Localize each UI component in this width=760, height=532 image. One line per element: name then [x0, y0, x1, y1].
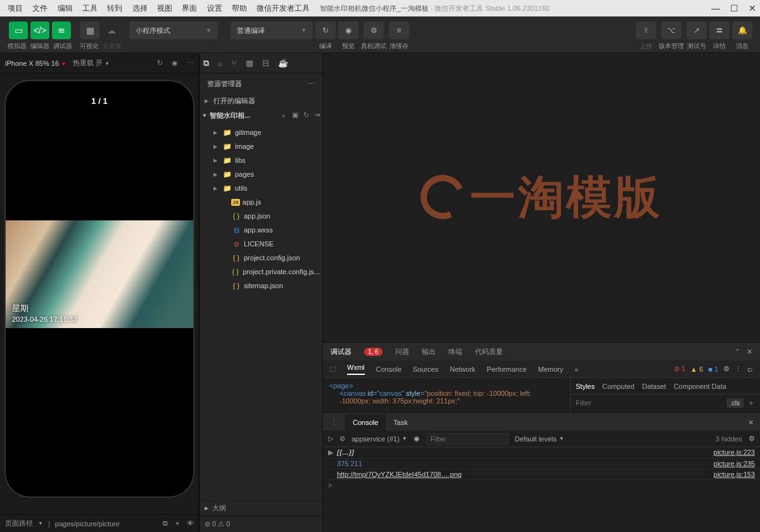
- newfolder-icon[interactable]: ▣: [292, 111, 298, 120]
- tab-console[interactable]: Console: [376, 365, 402, 373]
- tab-dataset[interactable]: Dataset: [642, 383, 666, 390]
- levels-select[interactable]: Default levels ▼: [515, 435, 564, 443]
- tab-sources[interactable]: Sources: [413, 365, 438, 373]
- pagepath-value[interactable]: pages/picture/picture: [55, 520, 120, 528]
- tree-item[interactable]: ⊘LICENSE: [200, 237, 322, 251]
- status-errors[interactable]: ⊘ 0 ⚠ 0: [200, 516, 322, 532]
- record-icon[interactable]: ◉: [172, 59, 178, 67]
- wxml-source[interactable]: <page> <canvas id="canvas" style="positi…: [323, 378, 570, 414]
- minimize-icon[interactable]: —: [711, 3, 720, 13]
- close-drawer-icon[interactable]: ✕: [742, 414, 760, 431]
- tab-memory[interactable]: Memory: [538, 365, 564, 373]
- more-icon[interactable]: ⋯: [308, 80, 315, 88]
- more-tabs-icon[interactable]: »: [574, 365, 578, 373]
- console-prompt[interactable]: >: [323, 480, 760, 490]
- cloud-button[interactable]: ☁: [102, 22, 121, 39]
- menu-edit[interactable]: 编辑: [54, 1, 77, 15]
- maximize-icon[interactable]: ☐: [730, 3, 738, 13]
- console-line[interactable]: ▶[{…}]picture.js:223: [323, 447, 760, 459]
- context-select[interactable]: appservice (#1) ▼: [352, 435, 407, 443]
- tab-wxml[interactable]: Wxml: [347, 364, 365, 375]
- collapse-icon[interactable]: ⇥: [314, 111, 320, 120]
- tree-item[interactable]: { }project.config.json: [200, 251, 322, 265]
- search-icon[interactable]: ⌕: [218, 58, 223, 68]
- preview-button[interactable]: ◉: [338, 22, 358, 39]
- menu-devtools[interactable]: 微信开发者工具: [253, 1, 314, 15]
- tab-debugger[interactable]: 调试器: [331, 347, 352, 357]
- tree-item[interactable]: ▶📁pages: [200, 167, 322, 181]
- menu-ui[interactable]: 界面: [178, 1, 201, 15]
- tree-item[interactable]: ▶📁libs: [200, 153, 322, 167]
- styles-filter-input[interactable]: [576, 399, 723, 407]
- test-button[interactable]: ↗: [687, 22, 707, 39]
- refresh-icon[interactable]: ↻: [157, 59, 163, 67]
- tab-console-drawer[interactable]: Console: [345, 414, 386, 431]
- console-line[interactable]: http://tmp/7QvYZKJEtdeI45d1708….pngpictu…: [323, 469, 760, 480]
- tree-item[interactable]: ▶📁image: [200, 139, 322, 153]
- menu-settings[interactable]: 设置: [203, 1, 226, 15]
- tab-performance[interactable]: Performance: [487, 365, 527, 373]
- kebab-icon[interactable]: ⋮: [735, 365, 742, 373]
- git-icon[interactable]: ⑂: [232, 58, 237, 68]
- visual-button[interactable]: ▦: [80, 22, 99, 39]
- menu-goto[interactable]: 转到: [103, 1, 126, 15]
- debugger-button[interactable]: ≋: [52, 22, 71, 39]
- tab-issues[interactable]: 问题: [395, 347, 409, 357]
- close-icon[interactable]: ✕: [747, 348, 752, 356]
- gear-icon[interactable]: ⚙: [723, 365, 730, 373]
- message-button[interactable]: 🔔: [732, 22, 752, 39]
- menu-select[interactable]: 选择: [129, 1, 151, 15]
- tab-computed[interactable]: Computed: [602, 383, 635, 390]
- simulator-button[interactable]: ▭: [9, 22, 28, 39]
- tree-item[interactable]: ▶📁utils: [200, 181, 322, 195]
- menu-tools[interactable]: 工具: [79, 1, 101, 15]
- gear-icon[interactable]: ⚙: [749, 434, 755, 443]
- tree-item[interactable]: { }project.private.config.js...: [200, 265, 322, 279]
- play-icon[interactable]: ▷: [328, 434, 333, 443]
- tab-output[interactable]: 输出: [422, 347, 436, 357]
- tab-quality[interactable]: 代码质量: [475, 347, 503, 357]
- tree-item[interactable]: { }sitemap.json: [200, 279, 322, 293]
- copy-icon[interactable]: ⧉: [163, 519, 168, 528]
- ext-icon[interactable]: ▦: [246, 58, 253, 68]
- chevron-up-icon[interactable]: ⌃: [735, 348, 740, 356]
- cls-toggle[interactable]: .cls: [726, 398, 744, 408]
- target-icon[interactable]: ⌖: [175, 519, 179, 528]
- refresh-icon[interactable]: ↻: [303, 111, 309, 120]
- compile-button[interactable]: ↻: [315, 22, 336, 39]
- open-editors-section[interactable]: ▶打开的编辑器: [200, 94, 322, 108]
- eye-icon[interactable]: 👁: [187, 519, 194, 528]
- tab-terminal[interactable]: 终端: [448, 347, 462, 357]
- hidden-count[interactable]: 3 hidden: [716, 435, 742, 443]
- mode-select[interactable]: 小程序模式▼: [129, 22, 218, 39]
- clearcache-button[interactable]: ≡: [389, 22, 409, 39]
- info-count[interactable]: ■ 1: [708, 365, 718, 373]
- console-line[interactable]: 375 211picture.js:235: [323, 459, 760, 469]
- project-root[interactable]: ▼ 智能水印相... ＋ ▣ ↻ ⇥: [200, 108, 322, 123]
- tab-styles[interactable]: Styles: [576, 383, 595, 390]
- menu-file[interactable]: 文件: [28, 1, 51, 15]
- phone-frame[interactable]: 1 / 1 星期 2023-04-26 17:11:33: [4, 80, 194, 498]
- menu-project[interactable]: 项目: [4, 1, 27, 15]
- upload-button[interactable]: ⬆: [636, 22, 656, 39]
- tree-item[interactable]: ⊟app.wxss: [200, 223, 322, 237]
- close-icon[interactable]: ✕: [749, 3, 756, 13]
- warn-count[interactable]: ▲ 6: [690, 365, 703, 373]
- menu-help[interactable]: 帮助: [228, 1, 251, 15]
- version-button[interactable]: ⌥: [661, 22, 681, 39]
- drawer-kebab-icon[interactable]: ⋮: [323, 414, 345, 431]
- newfile-icon[interactable]: ＋: [280, 111, 287, 120]
- clear-icon[interactable]: ⊘: [339, 434, 345, 443]
- tree-item[interactable]: JSapp.js: [200, 195, 322, 209]
- menu-view[interactable]: 视图: [153, 1, 176, 15]
- files-icon[interactable]: ⧉: [203, 58, 209, 68]
- compile-select[interactable]: 普通编译▼: [231, 22, 313, 39]
- more-icon[interactable]: ⋯: [187, 59, 194, 67]
- tree-item[interactable]: { }app.json: [200, 209, 322, 223]
- detail-button[interactable]: 〓: [709, 22, 730, 39]
- dock-icon[interactable]: ⫐: [747, 365, 754, 373]
- editor-button[interactable]: </>: [30, 22, 49, 39]
- db-icon[interactable]: ⊟: [262, 58, 269, 68]
- eye-icon[interactable]: ◉: [414, 434, 420, 443]
- console-filter-input[interactable]: [426, 433, 509, 445]
